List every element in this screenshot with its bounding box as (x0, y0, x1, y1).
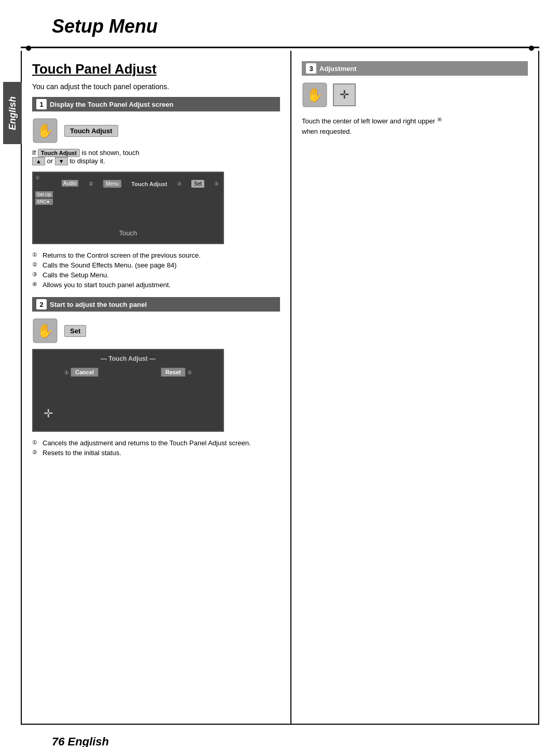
step3-desc-line2: when requested. (302, 128, 352, 135)
step1-bullet-list: Returns to the Control screen of the pre… (32, 251, 280, 289)
hand-icon-2: ✋ (32, 318, 58, 344)
screen-left-labels: Set Up SRC● (35, 191, 53, 206)
set-btn[interactable]: Set (64, 325, 86, 337)
page-container: Setup Menu English Touch Panel Adjust Yo… (0, 0, 560, 747)
if-not-shown-text: If Touch Adjust is not shown, touch ▲ or… (32, 149, 280, 165)
step1-bullet-4: Allows you to start touch panel adjustme… (32, 281, 280, 289)
step1-num: 1 (36, 99, 47, 109)
arrow-up-btn[interactable]: ▲ (32, 157, 45, 165)
if-text-after: is not shown, touch (82, 149, 139, 157)
screen-set-btn: Set (191, 180, 204, 188)
bullet-dot-left (26, 46, 31, 51)
screen2-reset-group: Reset ② (161, 368, 192, 377)
svg-text:✋: ✋ (37, 322, 54, 339)
device-screen-2: — Touch Adjust — ① Cancel Reset ② ✛ (32, 349, 224, 432)
step1-bar: 1 Display the Touch Panel Adjust screen (32, 97, 280, 111)
touch-adjust-btn-inline[interactable]: Touch Adjust (38, 149, 80, 157)
english-sidebar-tab: English (3, 82, 22, 144)
step3-desc-line1: Touch the center of left lower and right… (302, 117, 435, 125)
step3-num: 3 (306, 63, 316, 74)
screen-touch-adjust-title: Touch Adjust (131, 181, 167, 187)
screen-circle-2-label: ② (89, 181, 93, 187)
step1-label: Display the Touch Panel Adjust screen (50, 101, 173, 108)
device-screen-1: ① Audio ② Menu Touch Adjust ③ Set ④ Set … (32, 172, 224, 244)
arrow-down-btn[interactable]: ▼ (55, 157, 68, 165)
page-bottom: 76 English (21, 735, 539, 747)
svg-text:✋: ✋ (37, 122, 54, 139)
step2-bullet-list: Cancels the adjustment and returns to th… (32, 439, 280, 457)
screen-touch-center-text: Touch (119, 229, 137, 237)
step3-bar: 3 Adjustment (302, 61, 528, 76)
touch-adjust-btn-1[interactable]: Touch Adjust (64, 125, 118, 137)
step3-desc: Touch the center of left lower and right… (302, 115, 528, 136)
to-display-text: to display it. (69, 157, 105, 165)
svg-text:✋: ✋ (306, 87, 324, 103)
screen2-title: — Touch Adjust — (33, 350, 223, 362)
screen2-circle-2: ② (187, 370, 192, 375)
hand-icon-1: ✋ (32, 118, 58, 144)
screen-circle-3-label: ③ (177, 181, 181, 187)
step1-screen-row: ✋ Touch Adjust (32, 118, 280, 144)
screen2-circle-1: ① (64, 370, 69, 375)
screen-src-label: SRC● (35, 199, 53, 205)
step2-label: Start to adjust the touch panel (50, 301, 147, 308)
section-main-title: Touch Panel Adjust (32, 61, 280, 77)
screen-circle-4-label: ④ (214, 181, 219, 187)
screen2-btn-row: ① Cancel Reset ② (33, 368, 223, 377)
step2-bar: 2 Start to adjust the touch panel (32, 297, 280, 312)
screen-menu-btn: Menu (103, 180, 121, 188)
step3-icons-row: ✋ ✛ (302, 82, 528, 108)
section-intro: You can adjust the touch panel operation… (32, 82, 280, 91)
screen-top-controls: Audio ② Menu Touch Adjust ③ Set ④ (62, 180, 219, 188)
screen2-cancel-btn[interactable]: Cancel (71, 368, 99, 377)
step3-ref-icon: ▣ (437, 116, 442, 122)
step1-bullet-2: Calls the Sound Effects Menu. (see page … (32, 261, 280, 269)
screen-audio-label: Audio (62, 180, 78, 187)
left-column: English Touch Panel Adjust You can adjus… (22, 51, 291, 724)
step2-bullet-1: Cancels the adjustment and returns to th… (32, 439, 280, 447)
step3-label: Adjustment (319, 65, 357, 73)
step2-bullet-2: Resets to the initial status. (32, 449, 280, 457)
screen2-cancel-group: ① Cancel (64, 368, 99, 377)
step1-bullet-3: Calls the Setup Menu. (32, 271, 280, 279)
right-column: 3 Adjustment ✋ ✛ Touch the center of lef… (291, 51, 538, 724)
bullet-dot-right (529, 46, 534, 51)
page-title: Setup Menu (21, 16, 539, 37)
main-columns: English Touch Panel Adjust You can adjus… (21, 51, 539, 725)
screen2-crosshair: ✛ (44, 407, 53, 420)
screen-setup-label: Set Up (35, 191, 53, 198)
or-text: or (47, 157, 55, 165)
crosshair-icon-3: ✛ (333, 83, 356, 106)
screen-circle-1: ① (35, 175, 40, 180)
step2-screen-row: ✋ Set (32, 318, 280, 344)
page-number: 76 English (52, 735, 109, 747)
step2-num: 2 (36, 299, 47, 309)
screen2-reset-btn[interactable]: Reset (161, 368, 186, 377)
step1-bullet-1: Returns to the Control screen of the pre… (32, 251, 280, 259)
hand-icon-3: ✋ (302, 82, 328, 108)
if-text-before: If (32, 149, 36, 157)
